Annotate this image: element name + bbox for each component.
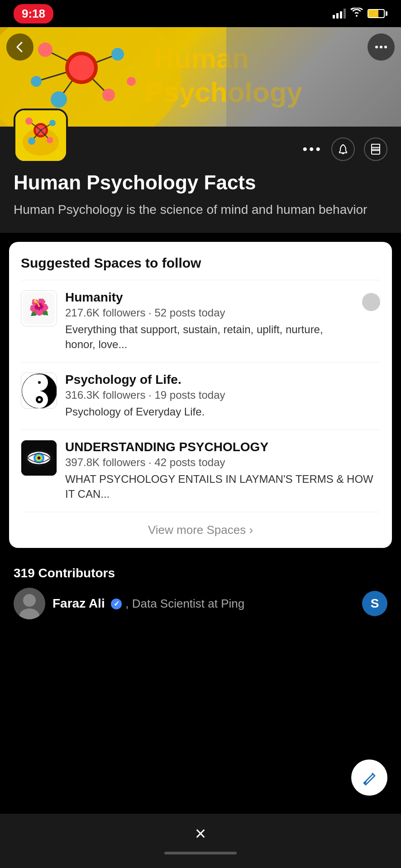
humanity-stats: 217.6K followers · 52 posts today: [65, 307, 354, 319]
profile-top: •••: [14, 127, 387, 163]
contributors-title: 319 Contributors: [14, 566, 387, 580]
status-icons: ⚡: [333, 8, 387, 19]
understanding-psychology-logo: [21, 440, 57, 476]
understanding-psychology-desc: WHAT PSYCHOLOGY ENTAILS IN LAYMAN'S TERM…: [65, 472, 380, 502]
understanding-psychology-stats: 397.8K followers · 42 posts today: [65, 456, 380, 469]
svg-text:🌺: 🌺: [29, 297, 49, 317]
space-item-humanity: 🌺 Humanity 217.6K followers · 52 posts t…: [21, 280, 380, 362]
space-item-understanding-psychology: UNDERSTANDING PSYCHOLOGY 397.8K follower…: [21, 429, 380, 512]
svg-point-19: [384, 46, 387, 48]
avatar-graphic: [15, 110, 66, 161]
svg-point-53: [23, 594, 36, 607]
space-item-psychology-life: Psychology of Life. 316.3K followers · 1…: [21, 362, 380, 429]
svg-point-10: [51, 91, 67, 108]
understanding-psychology-info: UNDERSTANDING PSYCHOLOGY 397.8K follower…: [65, 440, 380, 502]
contributor-name-faraz: Faraz Ali ✓ , Data Scientist at Ping: [53, 596, 355, 611]
understanding-psychology-name: UNDERSTANDING PSYCHOLOGY: [65, 440, 380, 454]
psychology-life-name: Psychology of Life.: [65, 373, 380, 387]
home-indicator: [164, 852, 237, 854]
psychology-life-stats: 316.3K followers · 19 posts today: [65, 389, 380, 401]
svg-point-30: [28, 137, 35, 145]
contributor-avatar-s: S: [362, 591, 387, 616]
svg-point-9: [111, 48, 124, 61]
contributor-info-faraz: Faraz Ali ✓ , Data Scientist at Ping: [53, 596, 355, 611]
battery-icon: ⚡: [368, 9, 387, 18]
avatar: [14, 108, 68, 163]
humanity-logo: 🌺: [21, 290, 57, 326]
psychology-life-desc: Psychology of Everyday Life.: [65, 404, 380, 420]
humanity-info: Humanity 217.6K followers · 52 posts tod…: [65, 290, 354, 352]
close-button[interactable]: ×: [195, 823, 206, 844]
svg-point-17: [375, 46, 378, 48]
fab-edit-button[interactable]: [351, 760, 387, 796]
svg-point-29: [49, 120, 56, 126]
psychology-life-info: Psychology of Life. 316.3K followers · 1…: [65, 373, 380, 420]
back-button[interactable]: [6, 33, 33, 61]
svg-point-7: [69, 55, 94, 80]
svg-point-28: [25, 118, 33, 125]
bottom-bar: ×: [0, 814, 401, 868]
bell-button[interactable]: [331, 137, 355, 161]
svg-point-31: [47, 137, 53, 143]
profile-name: Human Psychology Facts: [14, 171, 387, 195]
view-more-button[interactable]: View more Spaces ›: [21, 512, 380, 548]
suggested-spaces-card: Suggested Spaces to follow 🌺 Humanity 21…: [9, 242, 392, 548]
humanity-follow-button[interactable]: [362, 293, 380, 311]
svg-point-8: [38, 42, 53, 57]
edit-icon: [361, 769, 377, 786]
contributor-avatar-faraz: [14, 588, 45, 619]
profile-section: ••• Human Psychology Facts Human Psychol…: [0, 127, 401, 233]
suggested-spaces-title: Suggested Spaces to follow: [21, 255, 380, 271]
humanity-name: Humanity: [65, 290, 354, 305]
options-dots[interactable]: •••: [302, 142, 322, 157]
profile-actions: •••: [302, 131, 387, 161]
contributor-item: Faraz Ali ✓ , Data Scientist at Ping S: [14, 588, 387, 619]
bookmark-button[interactable]: [364, 137, 387, 161]
svg-point-51: [38, 457, 40, 459]
svg-point-42: [38, 398, 41, 401]
more-button[interactable]: [368, 33, 395, 61]
contributors-section: 319 Contributors Faraz Ali ✓ , Data Scie…: [0, 557, 401, 628]
svg-point-11: [102, 89, 115, 101]
psychology-life-logo: [21, 373, 57, 409]
svg-point-13: [127, 77, 136, 86]
signal-bars-icon: [333, 9, 346, 19]
profile-description: Human Psychology is the science of mind …: [14, 200, 387, 219]
svg-point-12: [31, 76, 42, 87]
humanity-desc: Everything that support, sustain, retain…: [65, 322, 354, 352]
contributor-role-faraz: , Data Scientist at Ping: [125, 597, 244, 610]
status-time: 9:18: [14, 4, 53, 24]
svg-point-41: [38, 381, 41, 384]
wifi-icon: [350, 8, 363, 19]
svg-point-18: [380, 46, 382, 48]
status-bar: 9:18 ⚡: [0, 0, 401, 27]
